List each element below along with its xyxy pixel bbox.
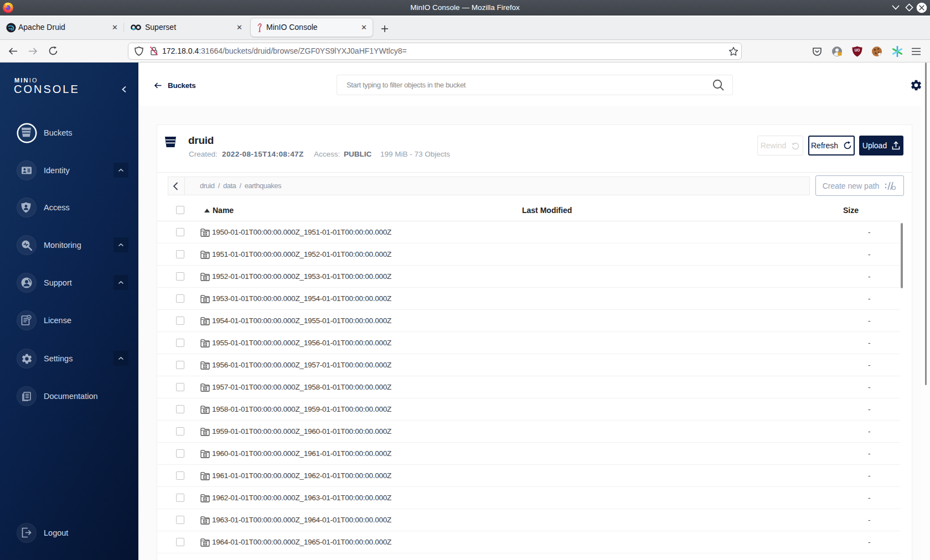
svg-text:UO: UO xyxy=(855,48,860,52)
